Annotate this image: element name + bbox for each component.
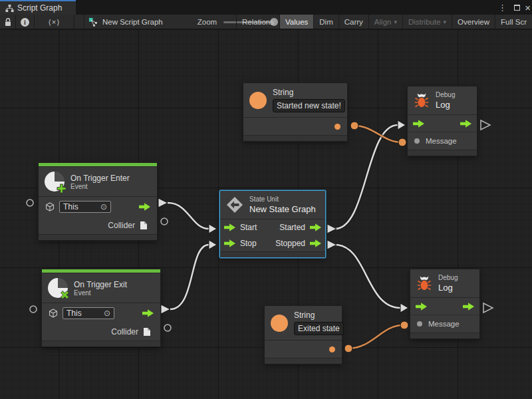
string-output-port[interactable] xyxy=(334,124,340,130)
node-footer xyxy=(39,234,157,240)
string-literal-icon xyxy=(271,315,288,332)
started-port-label: Started xyxy=(279,223,305,232)
string-literal-icon xyxy=(249,92,267,109)
message-port-label: Message xyxy=(426,137,457,145)
node-on-trigger-enter[interactable]: On Trigger Enter Event This ⊙ Collider xyxy=(38,162,158,241)
node-state-unit[interactable]: State Unit New State Graph Start Started… xyxy=(219,190,326,258)
state-unit-icon xyxy=(226,196,243,213)
script-graph-tab-icon xyxy=(5,4,14,13)
node-string-exited[interactable]: String Exited state xyxy=(264,305,342,364)
object-picker-icon: ⊙ xyxy=(100,202,107,211)
graph-canvas[interactable]: String Started new state! Debug Log xyxy=(0,30,532,399)
node-subtitle: Event xyxy=(74,289,127,297)
flow-output-port[interactable] xyxy=(463,303,474,311)
code-brackets-icon: ⟨×⟩ xyxy=(48,18,60,27)
stop-port-label: Stop xyxy=(240,239,257,248)
connection-wire[interactable] xyxy=(335,245,400,308)
graph-toolbar: i ⟨×⟩ New Script Graph Zoom 1x Relations… xyxy=(0,15,532,29)
node-footer xyxy=(220,251,325,257)
node-footer xyxy=(243,135,347,141)
on-trigger-enter-icon xyxy=(45,172,65,192)
node-footer xyxy=(408,150,477,156)
string-value-field[interactable]: Started new state! xyxy=(273,99,345,112)
connection-wire[interactable] xyxy=(170,245,209,309)
collider-file-icon xyxy=(143,327,151,336)
collider-port-label: Collider xyxy=(108,221,135,230)
values-toggle[interactable]: Values xyxy=(279,15,313,29)
message-input-port[interactable] xyxy=(414,138,420,144)
overview-button[interactable]: Overview xyxy=(452,15,495,29)
distribute-dropdown[interactable]: Distribute ▾ xyxy=(402,15,452,29)
flow-input-port[interactable] xyxy=(416,303,427,311)
value-connection-wire[interactable] xyxy=(354,126,402,142)
node-title: Log xyxy=(436,100,455,110)
close-icon: × xyxy=(525,2,531,13)
maximize-icon xyxy=(514,5,520,11)
unity-script-graph-window: Script Graph ⋮ × i ⟨×⟩ New Script Graph xyxy=(0,0,532,399)
target-object-field[interactable]: This ⊙ xyxy=(63,307,114,319)
bug-icon xyxy=(414,92,430,108)
plus-badge-icon xyxy=(57,184,66,194)
node-category: Debug xyxy=(436,91,455,98)
node-debug-log-top[interactable]: Debug Log Message xyxy=(407,86,477,156)
info-button[interactable]: i xyxy=(16,15,35,29)
node-category: Debug xyxy=(438,274,458,281)
node-category: State Unit xyxy=(249,196,316,203)
string-value-field[interactable]: Exited state xyxy=(294,322,344,335)
node-subtitle: Event xyxy=(70,183,130,190)
node-title: Log xyxy=(438,283,458,293)
chevron-down-icon: ▾ xyxy=(444,19,447,25)
fullscreen-button[interactable]: Full Scr xyxy=(495,15,532,29)
kebab-icon: ⋮ xyxy=(498,3,507,13)
stopped-output-port[interactable] xyxy=(310,239,321,247)
started-output-port[interactable] xyxy=(310,223,321,231)
connection-wire[interactable] xyxy=(168,203,209,229)
dim-toggle[interactable]: Dim xyxy=(313,15,338,29)
tab-title: Script Graph xyxy=(17,3,62,13)
graph-asset-icon xyxy=(88,17,98,27)
collider-output-port[interactable] xyxy=(161,218,168,225)
unconnected-input-port[interactable] xyxy=(30,306,37,313)
node-footer xyxy=(42,340,160,346)
start-input-port[interactable] xyxy=(224,223,235,231)
lock-button[interactable] xyxy=(0,15,16,29)
zoom-label: Zoom xyxy=(198,18,217,26)
bug-icon xyxy=(416,275,432,291)
align-dropdown[interactable]: Align ▾ xyxy=(368,15,402,29)
collider-output-port[interactable] xyxy=(164,325,171,331)
toolbar-right-group: Relations Values Dim Carry Align ▾ Distr… xyxy=(236,15,532,29)
node-on-trigger-exit[interactable]: On Trigger Exit Event This ⊙ Collider xyxy=(41,269,161,347)
node-string-started[interactable]: String Started new state! xyxy=(243,82,348,142)
close-button[interactable]: × xyxy=(525,0,531,15)
flow-output-port[interactable] xyxy=(142,309,154,317)
string-output-port[interactable] xyxy=(329,346,335,352)
code-preview-button[interactable]: ⟨×⟩ xyxy=(35,15,74,29)
start-port-label: Start xyxy=(240,223,257,232)
flow-continuation-port[interactable] xyxy=(483,303,493,313)
value-connection-wire[interactable] xyxy=(348,325,403,348)
relations-toggle[interactable]: Relations xyxy=(236,15,279,29)
message-port-label: Message xyxy=(428,320,460,328)
on-trigger-exit-icon xyxy=(48,278,68,298)
node-debug-log-bottom[interactable]: Debug Log Message xyxy=(410,269,480,339)
gameobject-cube-icon xyxy=(49,309,58,318)
node-title: String xyxy=(294,311,344,320)
collider-port-label: Collider xyxy=(111,327,138,336)
window-menu-button[interactable]: ⋮ xyxy=(498,0,507,15)
gameobject-cube-icon xyxy=(45,202,55,211)
carry-toggle[interactable]: Carry xyxy=(338,15,368,29)
toolbar-left-group: i ⟨×⟩ xyxy=(0,15,74,29)
flow-output-port[interactable] xyxy=(460,120,471,128)
maximize-button[interactable] xyxy=(514,0,520,15)
message-input-port[interactable] xyxy=(417,321,422,327)
flow-input-port[interactable] xyxy=(413,120,424,128)
stop-input-port[interactable] xyxy=(224,239,235,247)
tab-script-graph[interactable]: Script Graph xyxy=(0,0,76,15)
info-icon: i xyxy=(21,18,29,27)
flow-continuation-port[interactable] xyxy=(481,120,490,130)
unconnected-input-port[interactable] xyxy=(27,200,33,206)
node-title: String xyxy=(273,88,345,97)
target-object-field[interactable]: This ⊙ xyxy=(59,201,111,213)
stopped-port-label: Stopped xyxy=(275,239,305,248)
flow-output-port[interactable] xyxy=(139,203,150,211)
